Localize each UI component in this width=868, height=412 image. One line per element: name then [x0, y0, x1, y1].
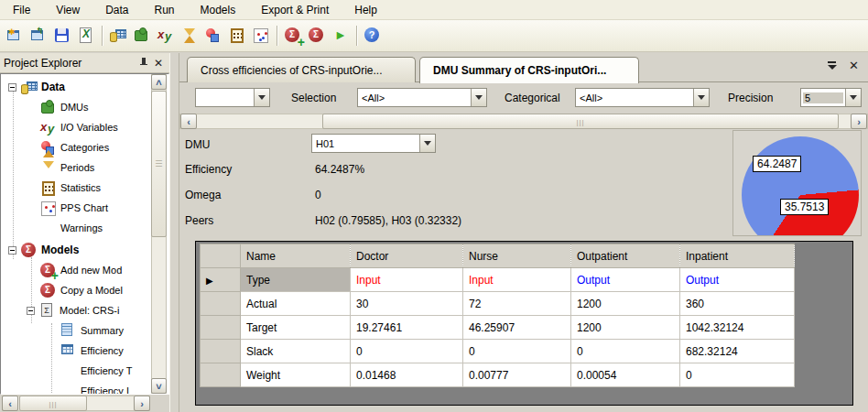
menu-models[interactable]: Models: [188, 1, 249, 19]
table-cell[interactable]: 19.27461: [351, 316, 463, 340]
row-name-cell[interactable]: Actual: [241, 292, 351, 316]
table-cell[interactable]: 0.00054: [571, 363, 680, 387]
table-cell[interactable]: 682.32124: [680, 340, 795, 363]
table-cell[interactable]: 1200: [571, 292, 680, 316]
row-name-cell[interactable]: Target: [241, 316, 351, 340]
menu-data[interactable]: Data: [92, 1, 141, 19]
collapse-icon[interactable]: [27, 307, 35, 315]
table-cell[interactable]: 46.25907: [463, 316, 571, 340]
row-selector[interactable]: [201, 340, 241, 363]
tab-dmu-summary[interactable]: DMU Summary of CRS-inputOri...: [419, 57, 639, 83]
table-cell[interactable]: 0: [351, 340, 463, 363]
chevron-down-icon[interactable]: [419, 135, 435, 152]
scroll-right-button[interactable]: ›: [851, 114, 867, 129]
chevron-down-icon[interactable]: [254, 89, 269, 106]
periods-button[interactable]: [178, 24, 201, 48]
collapse-icon[interactable]: [8, 246, 16, 255]
chevron-down-icon[interactable]: [693, 89, 709, 106]
new-project-button[interactable]: [3, 24, 27, 48]
tree-item-summary[interactable]: Summary: [60, 321, 124, 340]
table-cell[interactable]: 0: [571, 340, 680, 363]
menu-file[interactable]: File: [0, 1, 43, 19]
table-cell[interactable]: Output: [680, 268, 795, 292]
tab-list-icon[interactable]: [827, 60, 838, 71]
main-hscroll-thumb[interactable]: |||: [322, 114, 839, 129]
row-name-cell[interactable]: Slack: [241, 340, 351, 363]
categorical-dropdown[interactable]: <All>: [575, 88, 710, 107]
tree-item-model-crs[interactable]: Model: CRS-i: [27, 301, 119, 320]
scroll-right-button[interactable]: ›: [134, 396, 150, 411]
tree-item-statistics[interactable]: Statistics: [39, 179, 101, 197]
tree-item-efficiency-t[interactable]: Efficiency T: [60, 362, 132, 380]
tree-item-warnings[interactable]: Warnings: [39, 219, 103, 237]
dmu-dropdown[interactable]: H01: [311, 134, 436, 153]
menu-view[interactable]: View: [43, 1, 92, 19]
unlabeled-dropdown[interactable]: [195, 88, 270, 107]
row-name-cell[interactable]: Weight: [241, 363, 351, 387]
tree-item-data[interactable]: Data: [8, 78, 65, 96]
io-variables-button[interactable]: [154, 24, 178, 48]
row-selector[interactable]: [201, 292, 241, 316]
run-button[interactable]: [329, 24, 353, 48]
dmus-button[interactable]: [130, 24, 154, 48]
scroll-left-button[interactable]: ‹: [180, 114, 197, 129]
table-cell[interactable]: 1200: [571, 316, 680, 340]
column-header-outpatient[interactable]: Outpatient: [571, 244, 680, 268]
chevron-down-icon[interactable]: [845, 89, 861, 106]
precision-dropdown[interactable]: 5: [800, 88, 862, 107]
categories-button[interactable]: [201, 24, 225, 48]
tree-item-dmus[interactable]: DMUs: [39, 98, 89, 116]
menu-run[interactable]: Run: [142, 1, 188, 19]
scroll-down-button[interactable]: ˅: [151, 378, 167, 394]
tree-item-models[interactable]: Models: [8, 241, 79, 259]
table-cell[interactable]: 0: [680, 363, 795, 387]
table-cell[interactable]: Input: [351, 268, 463, 292]
panel-splitter[interactable]: [169, 53, 179, 412]
table-cell[interactable]: Output: [571, 268, 680, 292]
table-cell[interactable]: 30: [351, 292, 463, 316]
tree-item-pps-chart[interactable]: PPS Chart: [39, 199, 108, 217]
row-selector[interactable]: [201, 316, 241, 340]
chevron-down-icon[interactable]: [471, 89, 486, 106]
close-tab-icon[interactable]: ✕: [849, 60, 859, 71]
menu-help[interactable]: Help: [342, 1, 390, 19]
tree-item-efficiency-i[interactable]: Efficiency I: [60, 382, 129, 395]
tree-item-copy-model[interactable]: Copy a Model: [39, 281, 123, 299]
table-cell[interactable]: 1042.32124: [680, 316, 795, 340]
tab-cross-efficiencies[interactable]: Cross efficiencies of CRS-inputOrie...: [187, 57, 416, 82]
open-project-button[interactable]: [27, 24, 50, 48]
table-cell[interactable]: 0: [463, 340, 571, 363]
table-cell[interactable]: 360: [680, 292, 795, 316]
scroll-left-button[interactable]: ‹: [2, 396, 18, 411]
pps-chart-button[interactable]: [249, 24, 273, 48]
row-name-cell[interactable]: Type: [241, 268, 351, 292]
collapse-icon[interactable]: [8, 83, 16, 92]
pin-icon[interactable]: [136, 56, 151, 70]
column-header-name[interactable]: Name: [241, 244, 351, 268]
scroll-up-button[interactable]: ˄: [151, 74, 167, 90]
table-cell[interactable]: 72: [463, 292, 571, 316]
row-selector[interactable]: [201, 363, 241, 387]
column-header-doctor[interactable]: Doctor: [351, 244, 463, 268]
save-button[interactable]: [50, 24, 74, 48]
statistics-button[interactable]: [225, 24, 249, 48]
tree-item-add-new-model[interactable]: Add new Mod: [39, 261, 122, 279]
export-excel-button[interactable]: X: [74, 24, 98, 48]
tree-item-io-variables[interactable]: I/O Variables: [39, 118, 118, 136]
close-panel-icon[interactable]: ✕: [151, 56, 166, 70]
column-header-nurse[interactable]: Nurse: [463, 244, 571, 268]
main-horizontal-scrollbar[interactable]: ‹ ||| ›: [179, 114, 868, 129]
table-cell[interactable]: 0.00777: [463, 363, 571, 387]
table-cell[interactable]: Input: [463, 268, 571, 292]
menu-export-print[interactable]: Export & Print: [248, 1, 342, 19]
row-selector[interactable]: ▶: [201, 268, 241, 292]
tree-item-efficiency[interactable]: Efficiency: [60, 342, 124, 360]
table-cell[interactable]: 0.01468: [351, 363, 463, 387]
column-header-inpatient[interactable]: Inpatient: [680, 244, 795, 268]
help-button[interactable]: [361, 24, 385, 48]
selection-dropdown[interactable]: <All>: [357, 88, 487, 107]
add-model-button[interactable]: [281, 24, 305, 48]
run-model-button[interactable]: [305, 24, 329, 48]
tree-vscroll-thumb[interactable]: |||: [151, 91, 167, 237]
data-table-button[interactable]: [106, 24, 130, 48]
